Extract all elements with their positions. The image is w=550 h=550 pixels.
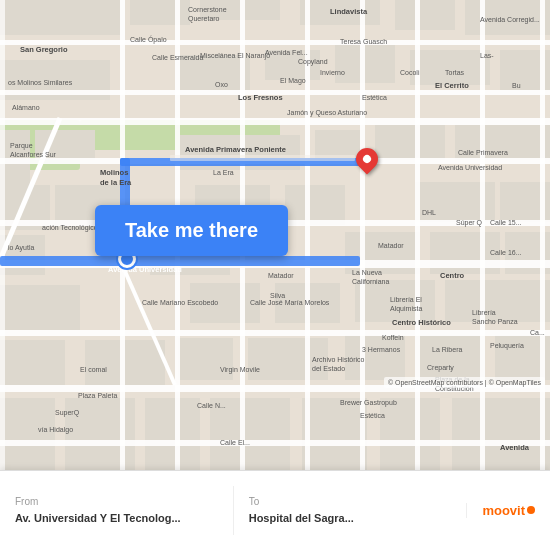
svg-text:La Ribera: La Ribera xyxy=(432,346,462,353)
svg-text:Súper Q: Súper Q xyxy=(456,219,483,227)
svg-text:Parque: Parque xyxy=(10,142,33,150)
svg-rect-36 xyxy=(445,280,550,322)
svg-text:Centro Histórico: Centro Histórico xyxy=(392,318,451,327)
svg-text:Librería El: Librería El xyxy=(390,296,422,303)
svg-text:El Cerrito: El Cerrito xyxy=(435,81,469,90)
svg-rect-67 xyxy=(480,0,485,470)
svg-text:Sancho Panza: Sancho Panza xyxy=(472,318,518,325)
svg-rect-49 xyxy=(380,398,440,470)
svg-text:os Molinos  Similares: os Molinos Similares xyxy=(8,79,73,86)
svg-rect-68 xyxy=(540,0,545,470)
svg-text:Alámano: Alámano xyxy=(12,104,40,111)
svg-text:Matador: Matador xyxy=(378,242,404,249)
destination-pin xyxy=(356,148,378,176)
svg-text:Avenida Corregid...: Avenida Corregid... xyxy=(480,16,540,24)
svg-text:Calle Primavera: Calle Primavera xyxy=(458,149,508,156)
svg-rect-74 xyxy=(170,155,355,161)
svg-text:Calle El...: Calle El... xyxy=(220,439,250,446)
svg-text:Calle Esmeralda: Calle Esmeralda xyxy=(152,54,203,61)
svg-text:Copyland: Copyland xyxy=(298,58,328,66)
svg-text:DHL: DHL xyxy=(422,209,436,216)
svg-rect-48 xyxy=(302,398,367,470)
svg-rect-24 xyxy=(285,185,345,225)
svg-text:Centro: Centro xyxy=(440,271,465,280)
svg-rect-50 xyxy=(452,398,550,470)
svg-text:3 Hermanos: 3 Hermanos xyxy=(362,346,401,353)
from-value: Av. Universidad Y El Tecnolog... xyxy=(15,511,218,525)
to-section: To Hospital del Sagra... xyxy=(234,486,467,535)
svg-text:La Nueva: La Nueva xyxy=(352,269,382,276)
svg-text:Silva: Silva xyxy=(270,292,285,299)
svg-text:Miscelánea El Naranjo: Miscelánea El Naranjo xyxy=(200,52,270,60)
svg-text:Estética: Estética xyxy=(362,94,387,101)
bottom-bar: From Av. Universidad Y El Tecnolog... To… xyxy=(0,470,550,550)
svg-text:Avenida Primavera Poniente: Avenida Primavera Poniente xyxy=(185,145,286,154)
svg-text:Los Fresnos: Los Fresnos xyxy=(238,93,283,102)
svg-text:Tortas: Tortas xyxy=(445,69,465,76)
svg-text:Calle 15...: Calle 15... xyxy=(490,219,522,226)
svg-rect-7 xyxy=(395,0,455,30)
svg-rect-59 xyxy=(0,440,550,446)
svg-text:Cornerstone: Cornerstone xyxy=(188,6,227,13)
svg-text:Alcanfores Sur: Alcanfores Sur xyxy=(10,151,57,158)
svg-text:Calle N...: Calle N... xyxy=(197,402,226,409)
svg-text:Ca...: Ca... xyxy=(530,329,545,336)
from-section: From Av. Universidad Y El Tecnolog... xyxy=(0,486,234,535)
take-me-there-button[interactable]: Take me there xyxy=(95,205,288,256)
svg-text:Jamón y Queso Asturiano: Jamón y Queso Asturiano xyxy=(287,109,367,117)
svg-text:Californiana: Californiana xyxy=(352,278,389,285)
svg-rect-42 xyxy=(415,335,485,380)
from-label: From xyxy=(15,496,218,507)
svg-text:El Mago: El Mago xyxy=(280,77,306,85)
map-attribution: © OpenStreetMap contributors | © OpenMap… xyxy=(384,377,545,388)
moovit-text: moovit xyxy=(482,503,525,518)
svg-text:Estética: Estética xyxy=(360,412,385,419)
svg-text:Molinos: Molinos xyxy=(100,168,128,177)
svg-text:Avenida Universidad: Avenida Universidad xyxy=(438,164,502,171)
svg-text:Avenida: Avenida xyxy=(500,443,530,452)
svg-text:Calle José María Morelos: Calle José María Morelos xyxy=(250,299,330,306)
to-value: Hospital del Sagra... xyxy=(249,511,452,525)
svg-text:Brewer Gastropub: Brewer Gastropub xyxy=(340,399,397,407)
svg-text:Archivo Histórico: Archivo Histórico xyxy=(312,356,365,363)
svg-rect-60 xyxy=(0,0,5,470)
svg-text:io Ayutla: io Ayutla xyxy=(8,244,34,252)
svg-text:Koffein: Koffein xyxy=(382,334,404,341)
svg-text:La Era: La Era xyxy=(213,169,234,176)
svg-text:Bu: Bu xyxy=(512,82,521,89)
svg-rect-13 xyxy=(410,50,490,85)
svg-text:vía Hidalgo: vía Hidalgo xyxy=(38,426,73,434)
svg-text:Avenida Universidad: Avenida Universidad xyxy=(108,265,182,274)
svg-rect-44 xyxy=(0,398,55,470)
svg-rect-37 xyxy=(0,340,65,385)
svg-text:Librería: Librería xyxy=(472,309,496,316)
svg-text:Lindavista: Lindavista xyxy=(330,7,368,16)
svg-text:Calle 16...: Calle 16... xyxy=(490,249,522,256)
svg-text:Matador: Matador xyxy=(268,272,294,279)
svg-rect-57 xyxy=(0,330,550,336)
svg-text:ación Tecnológico: ación Tecnológico xyxy=(42,224,98,232)
svg-text:Oxo: Oxo xyxy=(215,81,228,88)
map-container: San Gregorio os Molinos Similares Aláman… xyxy=(0,0,550,470)
svg-text:Peluquería: Peluquería xyxy=(490,342,524,350)
svg-text:Calle Ópalo: Calle Ópalo xyxy=(130,35,167,44)
svg-text:Creparty: Creparty xyxy=(427,364,454,372)
svg-rect-46 xyxy=(145,398,200,470)
svg-text:Las-: Las- xyxy=(480,52,494,59)
svg-rect-39 xyxy=(178,338,233,380)
svg-text:Invierno: Invierno xyxy=(320,69,345,76)
svg-text:Queretaro: Queretaro xyxy=(188,15,220,23)
svg-text:de la Era: de la Era xyxy=(100,178,132,187)
svg-text:SuperQ: SuperQ xyxy=(55,409,80,417)
svg-text:El comal: El comal xyxy=(80,366,107,373)
svg-text:Virgin Movile: Virgin Movile xyxy=(220,366,260,374)
svg-text:San Gregorio: San Gregorio xyxy=(20,45,68,54)
svg-rect-3 xyxy=(0,0,120,35)
svg-text:Alquimista: Alquimista xyxy=(390,305,422,313)
moovit-dot xyxy=(527,506,535,514)
svg-rect-64 xyxy=(305,0,310,470)
svg-rect-19 xyxy=(375,125,445,160)
svg-text:Calle Mariano Escobedo: Calle Mariano Escobedo xyxy=(142,299,218,306)
svg-text:Avenida Fel...: Avenida Fel... xyxy=(265,49,308,56)
svg-rect-51 xyxy=(0,40,550,45)
